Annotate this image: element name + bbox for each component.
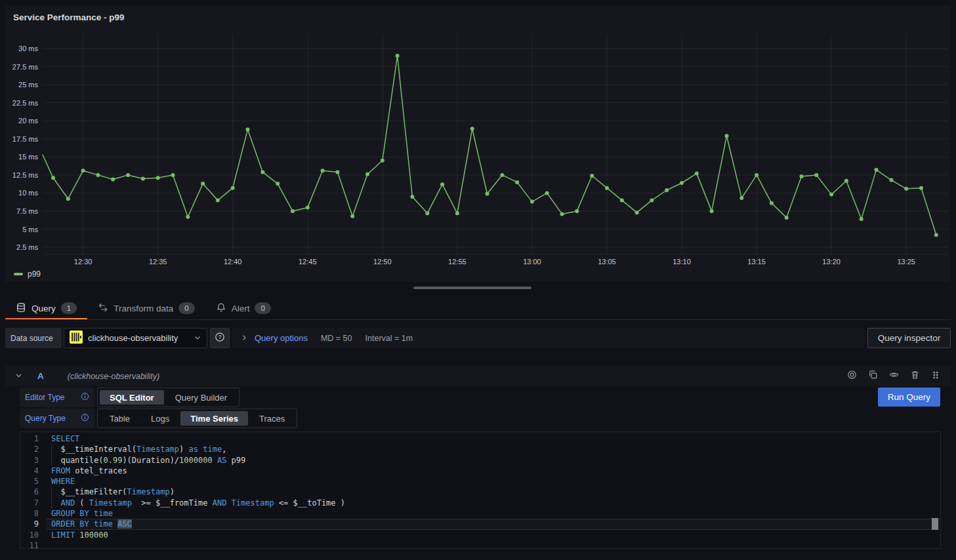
- query-row-header[interactable]: A (clickhouse-observability): [5, 366, 951, 386]
- svg-text:12:30: 12:30: [74, 258, 93, 266]
- svg-text:20 ms: 20 ms: [18, 117, 38, 125]
- line-number: 2: [20, 444, 39, 454]
- tab-alert[interactable]: Alert 0: [205, 296, 281, 320]
- query-ref-id: A: [37, 371, 44, 381]
- query-type-logs[interactable]: Logs: [141, 411, 179, 426]
- grafana-panel-edit-view: Service Performance - p99 2.5 ms5 ms7.5 …: [0, 0, 956, 560]
- editor-type-label: Editor Type: [20, 388, 94, 407]
- query-type-label-text: Query Type: [25, 414, 66, 423]
- query-type-row: Query Type Table Logs Time Series Traces: [20, 409, 297, 428]
- hide-response-eye-icon[interactable]: [889, 370, 899, 382]
- tab-query-count-badge: 1: [61, 302, 77, 314]
- svg-text:15 ms: 15 ms: [18, 153, 38, 161]
- drag-handle-icon[interactable]: [931, 370, 940, 382]
- query-options-toggle[interactable]: Query options MD = 50 Interval = 1m: [232, 328, 864, 348]
- legend-color-swatch: [14, 273, 23, 275]
- sql-line-5[interactable]: 5WHERE: [20, 476, 940, 487]
- sql-line-10[interactable]: 10LIMIT 100000: [20, 530, 940, 540]
- editor-type-sql-editor[interactable]: SQL Editor: [100, 390, 164, 405]
- chevron-down-icon: [194, 332, 201, 344]
- query-type-time-series[interactable]: Time Series: [180, 411, 248, 426]
- editor-type-row: Editor Type SQL Editor Query Builder: [20, 388, 239, 407]
- database-icon: [16, 302, 26, 315]
- line-number: 6: [20, 487, 39, 497]
- svg-text:22.5 ms: 22.5 ms: [12, 99, 39, 107]
- query-options-md: MD = 50: [321, 334, 352, 343]
- collapse-chevron-icon[interactable]: [14, 370, 23, 382]
- info-icon[interactable]: [81, 413, 89, 424]
- panel-title: Service Performance - p99: [13, 12, 125, 22]
- remove-query-trash-icon[interactable]: [910, 370, 920, 382]
- disable-query-icon[interactable]: [847, 370, 857, 382]
- line-number: 9: [20, 519, 39, 529]
- datasource-row: Data source clickhouse-observability: [5, 328, 951, 348]
- editor-cursor-marker: [932, 518, 938, 530]
- datasource-help-button[interactable]: ?: [210, 328, 230, 348]
- sql-line-code: SELECT: [51, 434, 79, 443]
- svg-text:12.5 ms: 12.5 ms: [12, 171, 39, 179]
- svg-text:?: ?: [218, 334, 222, 340]
- svg-text:12:50: 12:50: [373, 258, 392, 266]
- query-type-label: Query Type: [20, 409, 94, 428]
- svg-text:12:40: 12:40: [224, 258, 242, 266]
- sql-line-code: $__timeFilter(Timestamp): [51, 487, 175, 496]
- editor-type-query-builder[interactable]: Query Builder: [165, 390, 237, 405]
- line-number: 3: [20, 455, 39, 466]
- sql-line-11[interactable]: 11: [20, 540, 940, 549]
- sql-line-code: ORDER BY time ASC: [51, 519, 132, 529]
- sql-line-code: $__timeInterval(Timestamp) as time,: [51, 445, 226, 454]
- duplicate-query-icon[interactable]: [868, 370, 878, 382]
- svg-text:25 ms: 25 ms: [18, 81, 38, 89]
- info-icon[interactable]: [81, 392, 89, 403]
- line-number: 4: [20, 466, 39, 476]
- chart-svg: 2.5 ms5 ms7.5 ms10 ms12.5 ms15 ms17.5 ms…: [5, 5, 951, 282]
- sql-line-4[interactable]: 4FROM otel_traces: [20, 466, 940, 476]
- panel-resize-handle[interactable]: [413, 287, 531, 289]
- line-number: 7: [20, 498, 39, 508]
- svg-text:27.5 ms: 27.5 ms: [12, 63, 39, 71]
- editor-type-label-text: Editor Type: [25, 393, 64, 402]
- tab-query[interactable]: Query 1: [5, 296, 87, 320]
- tab-transform-data[interactable]: Transform data 0: [87, 296, 205, 320]
- svg-text:2.5 ms: 2.5 ms: [16, 243, 39, 251]
- sql-line-2[interactable]: 2 $__timeInterval(Timestamp) as time,: [20, 444, 940, 454]
- svg-text:12:55: 12:55: [448, 258, 467, 266]
- svg-text:12:45: 12:45: [299, 258, 317, 266]
- query-options-interval: Interval = 1m: [365, 334, 413, 343]
- run-query-button[interactable]: Run Query: [878, 388, 940, 407]
- sql-line-code: quantile(0.99)(Duration)/1000000 AS p99: [51, 456, 245, 465]
- sql-line-1[interactable]: 1SELECT: [20, 433, 940, 444]
- svg-text:13:00: 13:00: [523, 258, 541, 266]
- sql-line-3[interactable]: 3 quantile(0.99)(Duration)/1000000 AS p9…: [20, 455, 940, 466]
- svg-text:13:15: 13:15: [747, 258, 766, 266]
- query-type-table[interactable]: Table: [100, 411, 140, 426]
- editor-type-group: SQL Editor Query Builder: [97, 388, 239, 407]
- chart-legend-item[interactable]: p99: [14, 270, 41, 279]
- timeseries-chart[interactable]: 2.5 ms5 ms7.5 ms10 ms12.5 ms15 ms17.5 ms…: [5, 5, 951, 282]
- svg-text:7.5 ms: 7.5 ms: [16, 207, 39, 215]
- query-datasource-subtitle: (clickhouse-observability): [68, 372, 159, 381]
- tab-transform-label: Transform data: [114, 304, 173, 313]
- tabs-divider: [5, 319, 951, 320]
- svg-text:17.5 ms: 17.5 ms: [12, 135, 39, 143]
- sql-line-code: AND ( Timestamp >= $__fromTime AND Times…: [51, 498, 345, 508]
- clickhouse-icon: [70, 330, 83, 346]
- query-inspector-button[interactable]: Query inspector: [867, 328, 951, 348]
- line-number: 8: [20, 508, 39, 519]
- line-number: 11: [20, 540, 39, 549]
- sql-line-6[interactable]: 6 $__timeFilter(Timestamp): [20, 487, 940, 497]
- tab-query-label: Query: [31, 304, 56, 313]
- sql-code-editor[interactable]: 1SELECT2 $__timeInterval(Timestamp) as t…: [20, 431, 941, 549]
- sql-line-7[interactable]: 7 AND ( Timestamp >= $__fromTime AND Tim…: [20, 498, 940, 508]
- help-circle-icon: ?: [215, 332, 225, 345]
- tab-transform-count-badge: 0: [178, 302, 194, 314]
- svg-text:30 ms: 30 ms: [18, 45, 38, 52]
- sql-line-8[interactable]: 8GROUP BY time: [20, 508, 940, 519]
- sql-line-9[interactable]: 9ORDER BY time ASC: [20, 519, 940, 529]
- tab-alert-count-badge: 0: [255, 302, 270, 314]
- tab-alert-label: Alert: [232, 304, 250, 313]
- svg-text:13:10: 13:10: [673, 258, 691, 266]
- query-type-traces[interactable]: Traces: [249, 411, 295, 426]
- datasource-picker[interactable]: clickhouse-observability: [64, 328, 207, 348]
- chevron-right-icon: [240, 332, 248, 344]
